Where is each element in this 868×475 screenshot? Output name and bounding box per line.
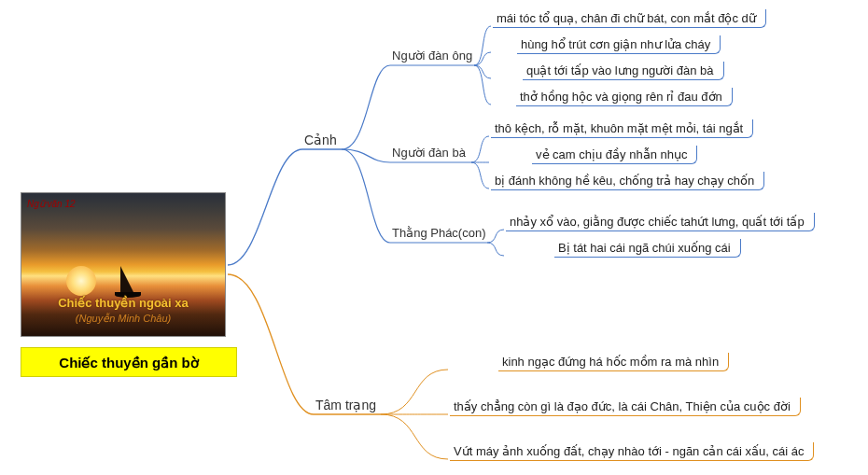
root-node[interactable]: Chiếc thuyền gần bờ — [21, 347, 237, 377]
leaf[interactable]: kinh ngạc đứng há hốc mồm ra mà nhìn — [498, 353, 729, 371]
leaf[interactable]: bị đánh không hề kêu, chống trả hay chạy… — [491, 172, 764, 190]
leaf[interactable]: Bị tát hai cái ngã chúi xuống cái — [554, 239, 741, 258]
branch-tam-trang[interactable]: Tâm trạng — [315, 398, 376, 412]
leaf[interactable]: quật tới tấp vào lưng người đàn bà — [523, 62, 724, 80]
leaf[interactable]: Vứt máy ảnh xuống đất, chạy nhào tới - n… — [450, 442, 814, 461]
topic-image-card: Ngữ văn 12 Chiếc thuyền ngoài xa (Nguyễn… — [21, 192, 226, 337]
leaf[interactable]: nhảy xổ vào, giằng được chiếc tahứt lưng… — [506, 213, 815, 231]
leaf[interactable]: vẻ cam chịu đầy nhẫn nhục — [532, 146, 697, 164]
leaf[interactable]: thô kệch, rỗ mặt, khuôn mặt mệt mỏi, tái… — [491, 119, 753, 138]
card-author: (Nguyễn Minh Châu) — [21, 313, 225, 325]
leaf[interactable]: mái tóc tổ quạ, chân đi chữ bát, con mắt… — [493, 9, 766, 28]
leaf[interactable]: thấy chẳng còn gì là đạo đức, là cái Châ… — [450, 398, 801, 416]
card-title: Chiếc thuyền ngoài xa — [21, 296, 225, 310]
leaf[interactable]: thở hồng hộc và giọng rên rỉ đau đớn — [516, 88, 733, 106]
course-tag: Ngữ văn 12 — [27, 199, 76, 209]
sub-thang-phac[interactable]: Thằng Phác(con) — [392, 226, 486, 240]
sub-nguoi-dan-ba[interactable]: Người đàn bà — [392, 146, 466, 160]
leaf[interactable]: hùng hổ trút cơn giận như lửa cháy — [517, 35, 721, 54]
branch-canh[interactable]: Cảnh — [304, 133, 337, 147]
sun-shape — [66, 266, 96, 296]
sub-nguoi-dan-ong[interactable]: Người đàn ông — [392, 49, 472, 63]
